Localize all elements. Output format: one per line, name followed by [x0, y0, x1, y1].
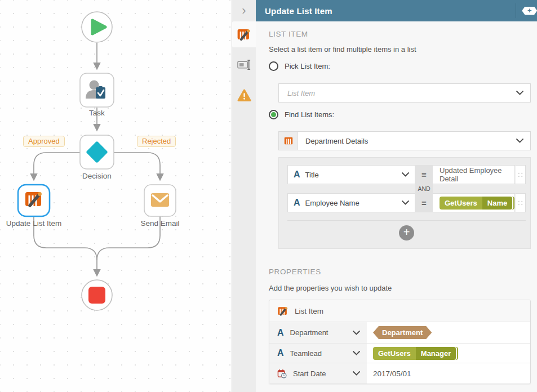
text-type-icon: A — [294, 170, 300, 179]
pick-list-item-label: Pick List Item: — [285, 62, 330, 70]
calendar-clock-icon — [277, 369, 287, 378]
condition-value-text: Updated Employee Detail — [440, 166, 512, 183]
list-item-description: Select a list item or find multiple item… — [269, 45, 531, 54]
table-icon — [283, 136, 294, 146]
properties-heading: PROPERTIES — [269, 268, 531, 276]
property-row: Start Date 2017/05/01 — [269, 363, 530, 384]
find-list-items-option[interactable]: Find List Items: — [269, 110, 531, 119]
condition-field-name: Employee Name — [305, 199, 397, 207]
header-divider — [516, 3, 516, 18]
panel-body: LIST ITEM Select a list item or find mul… — [256, 21, 537, 392]
properties-description: Add the properties you wish to update — [269, 284, 531, 292]
panel-tabstrip: › — [232, 0, 256, 392]
workflow-canvas[interactable]: Task Decision Update List Item Send Emai… — [0, 0, 233, 392]
pick-list-item-placeholder: List Item — [279, 89, 516, 97]
chevron-down-icon — [516, 139, 530, 143]
condition-field-name: Title — [305, 171, 397, 179]
list-pencil-icon — [277, 305, 289, 317]
add-condition-button[interactable]: + — [399, 225, 414, 240]
pick-list-item-radio[interactable] — [269, 61, 278, 71]
property-value-cell[interactable]: GetUsers Manager — [367, 344, 530, 363]
text-type-icon: A — [277, 328, 284, 337]
list-pencil-icon — [25, 192, 42, 206]
tab-list-item-settings[interactable] — [232, 21, 256, 47]
collapse-chevron-icon: › — [242, 3, 246, 18]
decision-node[interactable] — [80, 135, 114, 169]
property-value-cell[interactable]: Department — [367, 322, 530, 343]
envelope-icon — [151, 193, 169, 207]
condition-value-input[interactable]: GetUsers Name — [433, 193, 515, 212]
find-list-items-label: Find List Items: — [285, 110, 334, 119]
condition-operator: = — [415, 165, 433, 184]
list-source-iconcell — [279, 132, 298, 150]
properties-card: List Item A Department Department A — [269, 300, 531, 384]
pick-list-item-option[interactable]: Pick List Item: — [269, 61, 531, 71]
tag-field: Manager — [416, 347, 456, 360]
condition-field-dropdown[interactable]: A Title — [287, 165, 415, 184]
list-item-heading: LIST ITEM — [269, 30, 531, 38]
condition-field-dropdown[interactable]: A Employee Name — [287, 193, 415, 212]
tab-rename[interactable] — [232, 52, 256, 78]
conjunction-label: AND — [415, 184, 433, 193]
drag-dots-icon — [517, 199, 524, 207]
chevron-down-icon — [353, 351, 360, 355]
property-field-dropdown[interactable]: Start Date — [269, 363, 367, 384]
stop-icon — [88, 287, 105, 304]
find-list-items-radio[interactable] — [269, 110, 278, 119]
conditions-panel: A Title = Updated Employee Detail AND — [278, 157, 531, 249]
chevron-down-icon — [353, 371, 360, 376]
list-source-dropdown[interactable]: Department Details — [278, 131, 531, 150]
config-panel: › — [232, 0, 537, 392]
properties-card-header: List Item — [269, 300, 530, 322]
branch-label-approved[interactable]: Approved — [23, 136, 65, 147]
collapse-panel-button[interactable]: › — [232, 0, 256, 21]
condition-drag-handle[interactable] — [515, 193, 526, 212]
condition-drag-handle[interactable] — [515, 165, 526, 184]
panel-header: Update List Item + — [256, 0, 537, 21]
tag-source: GetUsers — [440, 197, 482, 210]
add-view-button[interactable]: + — [522, 7, 537, 15]
tag-source: GetUsers — [373, 347, 416, 360]
conditions-divider — [287, 220, 526, 221]
list-source-value: Department Details — [298, 137, 516, 145]
property-value-cell[interactable]: 2017/05/01 — [367, 363, 530, 384]
chevron-down-icon — [353, 331, 360, 335]
send-email-node[interactable] — [144, 185, 176, 216]
panel-main: Update List Item + LIST ITEM Select a li… — [256, 0, 537, 392]
department-tag[interactable]: Department — [373, 326, 432, 339]
chevron-down-icon — [402, 172, 409, 177]
text-type-icon: A — [294, 198, 300, 207]
update-list-item-node[interactable] — [18, 185, 50, 216]
tag-field: Name — [482, 197, 512, 210]
chevron-down-icon — [516, 91, 530, 95]
property-field-dropdown[interactable]: A Department — [269, 322, 367, 343]
property-field-name: Teamlead — [290, 349, 347, 358]
condition-row: A Title = Updated Employee Detail — [287, 165, 526, 184]
text-type-icon: A — [277, 349, 284, 358]
condition-operator: = — [415, 193, 433, 212]
condition-value-input[interactable]: Updated Employee Detail — [433, 165, 515, 184]
tab-warnings[interactable] — [232, 82, 256, 108]
task-node[interactable] — [80, 73, 114, 107]
branch-label-rejected[interactable]: Rejected — [137, 136, 176, 147]
pick-list-item-dropdown[interactable]: List Item — [278, 83, 531, 103]
chevron-down-icon — [402, 201, 409, 205]
properties-card-title: List Item — [295, 307, 323, 315]
drag-dots-icon — [517, 171, 524, 179]
list-pencil-icon — [237, 27, 251, 42]
property-field-name: Department — [290, 328, 347, 337]
text-field-icon — [237, 59, 251, 71]
getusers-manager-tag[interactable]: GetUsers Manager — [373, 347, 456, 360]
start-node[interactable] — [82, 12, 112, 42]
end-node[interactable] — [82, 280, 112, 310]
property-row: A Department Department — [269, 322, 530, 344]
warning-icon — [237, 89, 251, 102]
condition-row: A Employee Name = GetUsers Name — [287, 193, 526, 212]
workflow-diagram — [0, 0, 233, 392]
property-field-name: Start Date — [293, 369, 347, 378]
property-field-dropdown[interactable]: A Teamlead — [269, 344, 367, 363]
panel-title: Update List Item — [265, 6, 516, 16]
start-date-value: 2017/05/01 — [373, 369, 411, 378]
getusers-name-tag[interactable]: GetUsers Name — [440, 197, 512, 210]
property-row: A Teamlead GetUsers Manager — [269, 344, 530, 363]
